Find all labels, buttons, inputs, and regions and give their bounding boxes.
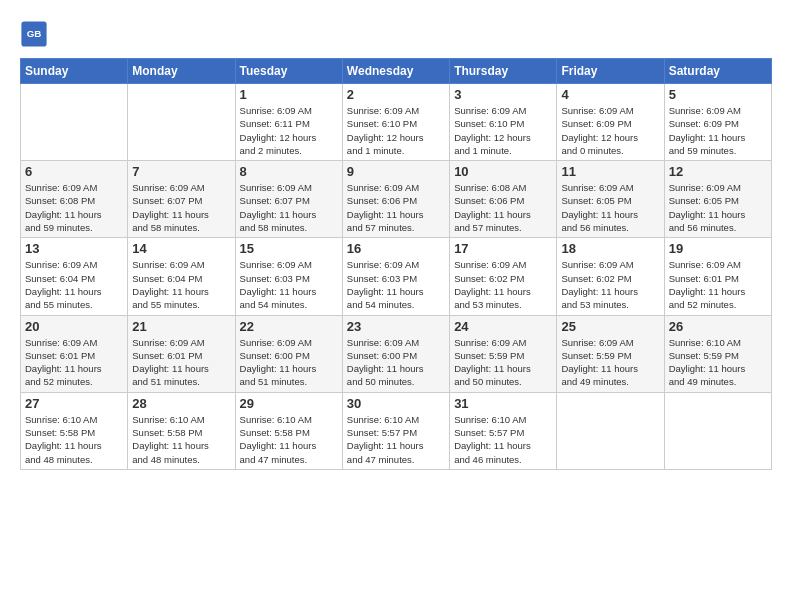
day-info: Sunrise: 6:09 AMSunset: 6:09 PMDaylight:… [561, 104, 659, 157]
day-info: Sunrise: 6:09 AMSunset: 5:59 PMDaylight:… [561, 336, 659, 389]
day-info: Sunrise: 6:09 AMSunset: 6:01 PMDaylight:… [132, 336, 230, 389]
day-info: Sunrise: 6:10 AMSunset: 5:58 PMDaylight:… [25, 413, 123, 466]
calendar-cell: 21Sunrise: 6:09 AMSunset: 6:01 PMDayligh… [128, 315, 235, 392]
weekday-header-cell: Sunday [21, 59, 128, 84]
day-number: 25 [561, 319, 659, 334]
calendar-cell [128, 84, 235, 161]
logo: GB [20, 20, 52, 48]
calendar-cell: 19Sunrise: 6:09 AMSunset: 6:01 PMDayligh… [664, 238, 771, 315]
day-info: Sunrise: 6:09 AMSunset: 6:04 PMDaylight:… [25, 258, 123, 311]
day-info: Sunrise: 6:09 AMSunset: 6:11 PMDaylight:… [240, 104, 338, 157]
day-info: Sunrise: 6:08 AMSunset: 6:06 PMDaylight:… [454, 181, 552, 234]
day-info: Sunrise: 6:09 AMSunset: 6:08 PMDaylight:… [25, 181, 123, 234]
calendar-cell: 14Sunrise: 6:09 AMSunset: 6:04 PMDayligh… [128, 238, 235, 315]
day-number: 12 [669, 164, 767, 179]
calendar-week-row: 13Sunrise: 6:09 AMSunset: 6:04 PMDayligh… [21, 238, 772, 315]
calendar-cell: 8Sunrise: 6:09 AMSunset: 6:07 PMDaylight… [235, 161, 342, 238]
calendar-week-row: 20Sunrise: 6:09 AMSunset: 6:01 PMDayligh… [21, 315, 772, 392]
day-number: 22 [240, 319, 338, 334]
day-number: 23 [347, 319, 445, 334]
calendar-cell: 11Sunrise: 6:09 AMSunset: 6:05 PMDayligh… [557, 161, 664, 238]
day-info: Sunrise: 6:09 AMSunset: 6:10 PMDaylight:… [454, 104, 552, 157]
day-info: Sunrise: 6:09 AMSunset: 6:03 PMDaylight:… [347, 258, 445, 311]
day-number: 6 [25, 164, 123, 179]
weekday-header-cell: Tuesday [235, 59, 342, 84]
calendar-cell: 30Sunrise: 6:10 AMSunset: 5:57 PMDayligh… [342, 392, 449, 469]
day-number: 27 [25, 396, 123, 411]
day-number: 15 [240, 241, 338, 256]
calendar-cell: 24Sunrise: 6:09 AMSunset: 5:59 PMDayligh… [450, 315, 557, 392]
calendar-cell: 4Sunrise: 6:09 AMSunset: 6:09 PMDaylight… [557, 84, 664, 161]
day-number: 28 [132, 396, 230, 411]
day-number: 21 [132, 319, 230, 334]
svg-text:GB: GB [27, 28, 42, 39]
day-info: Sunrise: 6:09 AMSunset: 6:03 PMDaylight:… [240, 258, 338, 311]
calendar-cell: 18Sunrise: 6:09 AMSunset: 6:02 PMDayligh… [557, 238, 664, 315]
calendar-cell [557, 392, 664, 469]
calendar-cell [664, 392, 771, 469]
calendar-body: 1Sunrise: 6:09 AMSunset: 6:11 PMDaylight… [21, 84, 772, 470]
day-number: 17 [454, 241, 552, 256]
day-number: 7 [132, 164, 230, 179]
day-info: Sunrise: 6:10 AMSunset: 5:58 PMDaylight:… [240, 413, 338, 466]
calendar-cell: 5Sunrise: 6:09 AMSunset: 6:09 PMDaylight… [664, 84, 771, 161]
calendar-week-row: 1Sunrise: 6:09 AMSunset: 6:11 PMDaylight… [21, 84, 772, 161]
day-info: Sunrise: 6:09 AMSunset: 6:02 PMDaylight:… [454, 258, 552, 311]
calendar-week-row: 6Sunrise: 6:09 AMSunset: 6:08 PMDaylight… [21, 161, 772, 238]
day-number: 30 [347, 396, 445, 411]
header: GB [20, 20, 772, 48]
calendar-cell: 27Sunrise: 6:10 AMSunset: 5:58 PMDayligh… [21, 392, 128, 469]
day-info: Sunrise: 6:09 AMSunset: 6:02 PMDaylight:… [561, 258, 659, 311]
day-number: 20 [25, 319, 123, 334]
day-number: 29 [240, 396, 338, 411]
calendar-week-row: 27Sunrise: 6:10 AMSunset: 5:58 PMDayligh… [21, 392, 772, 469]
day-number: 8 [240, 164, 338, 179]
weekday-header-cell: Friday [557, 59, 664, 84]
day-info: Sunrise: 6:10 AMSunset: 5:58 PMDaylight:… [132, 413, 230, 466]
page-container: GB SundayMondayTuesdayWednesdayThursdayF… [0, 0, 792, 480]
day-number: 3 [454, 87, 552, 102]
day-number: 1 [240, 87, 338, 102]
calendar-cell: 1Sunrise: 6:09 AMSunset: 6:11 PMDaylight… [235, 84, 342, 161]
day-info: Sunrise: 6:09 AMSunset: 6:01 PMDaylight:… [669, 258, 767, 311]
day-number: 16 [347, 241, 445, 256]
day-number: 13 [25, 241, 123, 256]
day-number: 24 [454, 319, 552, 334]
calendar-cell: 20Sunrise: 6:09 AMSunset: 6:01 PMDayligh… [21, 315, 128, 392]
day-number: 9 [347, 164, 445, 179]
calendar-cell: 13Sunrise: 6:09 AMSunset: 6:04 PMDayligh… [21, 238, 128, 315]
calendar-cell: 15Sunrise: 6:09 AMSunset: 6:03 PMDayligh… [235, 238, 342, 315]
calendar-cell [21, 84, 128, 161]
calendar-cell: 16Sunrise: 6:09 AMSunset: 6:03 PMDayligh… [342, 238, 449, 315]
day-info: Sunrise: 6:09 AMSunset: 6:04 PMDaylight:… [132, 258, 230, 311]
weekday-header-cell: Wednesday [342, 59, 449, 84]
calendar-cell: 7Sunrise: 6:09 AMSunset: 6:07 PMDaylight… [128, 161, 235, 238]
day-info: Sunrise: 6:09 AMSunset: 6:05 PMDaylight:… [669, 181, 767, 234]
calendar-cell: 29Sunrise: 6:10 AMSunset: 5:58 PMDayligh… [235, 392, 342, 469]
calendar-cell: 25Sunrise: 6:09 AMSunset: 5:59 PMDayligh… [557, 315, 664, 392]
calendar-cell: 2Sunrise: 6:09 AMSunset: 6:10 PMDaylight… [342, 84, 449, 161]
calendar-cell: 6Sunrise: 6:09 AMSunset: 6:08 PMDaylight… [21, 161, 128, 238]
day-number: 10 [454, 164, 552, 179]
day-number: 26 [669, 319, 767, 334]
day-info: Sunrise: 6:09 AMSunset: 6:10 PMDaylight:… [347, 104, 445, 157]
weekday-header-cell: Saturday [664, 59, 771, 84]
calendar-cell: 26Sunrise: 6:10 AMSunset: 5:59 PMDayligh… [664, 315, 771, 392]
calendar-cell: 17Sunrise: 6:09 AMSunset: 6:02 PMDayligh… [450, 238, 557, 315]
day-number: 19 [669, 241, 767, 256]
day-info: Sunrise: 6:09 AMSunset: 6:06 PMDaylight:… [347, 181, 445, 234]
day-info: Sunrise: 6:10 AMSunset: 5:59 PMDaylight:… [669, 336, 767, 389]
day-number: 2 [347, 87, 445, 102]
calendar-cell: 23Sunrise: 6:09 AMSunset: 6:00 PMDayligh… [342, 315, 449, 392]
calendar-cell: 3Sunrise: 6:09 AMSunset: 6:10 PMDaylight… [450, 84, 557, 161]
day-info: Sunrise: 6:09 AMSunset: 6:07 PMDaylight:… [132, 181, 230, 234]
calendar-cell: 12Sunrise: 6:09 AMSunset: 6:05 PMDayligh… [664, 161, 771, 238]
day-info: Sunrise: 6:09 AMSunset: 6:00 PMDaylight:… [347, 336, 445, 389]
calendar-cell: 28Sunrise: 6:10 AMSunset: 5:58 PMDayligh… [128, 392, 235, 469]
day-number: 31 [454, 396, 552, 411]
day-info: Sunrise: 6:09 AMSunset: 6:09 PMDaylight:… [669, 104, 767, 157]
weekday-header-cell: Monday [128, 59, 235, 84]
calendar-cell: 9Sunrise: 6:09 AMSunset: 6:06 PMDaylight… [342, 161, 449, 238]
day-number: 5 [669, 87, 767, 102]
day-number: 18 [561, 241, 659, 256]
